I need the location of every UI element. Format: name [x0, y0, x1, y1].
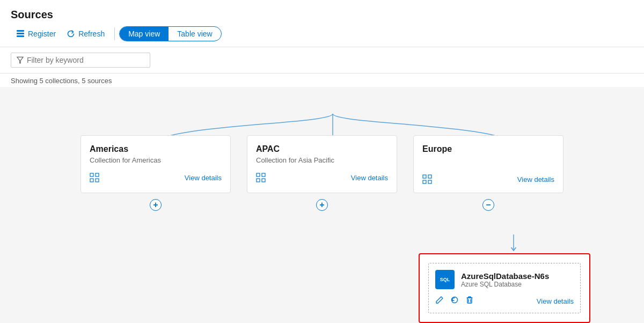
- europe-footer-left: [422, 174, 432, 184]
- source-title: AzureSqlDatabase-N6s: [461, 271, 549, 281]
- filter-row: [0, 47, 644, 74]
- toolbar: Register Refresh Map view Table view: [11, 26, 633, 41]
- count-row: Showing 5 collections, 5 sources: [0, 74, 644, 87]
- source-type: Azure SQL Database: [461, 281, 549, 288]
- refresh-button[interactable]: Refresh: [61, 26, 110, 41]
- toolbar-divider: [114, 27, 115, 40]
- source-card: SQL AzureSqlDatabase-N6s Azure SQL Datab…: [419, 253, 590, 323]
- source-actions: [435, 296, 474, 306]
- page-header: Sources Register Refresh Map view Table …: [0, 0, 644, 47]
- europe-footer: View details: [422, 174, 554, 184]
- edit-icon[interactable]: [435, 296, 444, 306]
- apac-title: APAC: [256, 144, 388, 154]
- svg-rect-6: [90, 179, 93, 182]
- europe-card: Europe View details −: [413, 135, 564, 193]
- svg-rect-1: [17, 33, 24, 34]
- source-card-inner: SQL AzureSqlDatabase-N6s Azure SQL Datab…: [428, 263, 581, 313]
- americas-view-details[interactable]: View details: [185, 174, 222, 182]
- svg-rect-5: [96, 173, 99, 177]
- apac-grid-icon: [256, 173, 266, 182]
- svg-rect-12: [423, 175, 426, 178]
- map-area: Americas Collection for Americas View de…: [0, 87, 644, 323]
- scan-icon[interactable]: [450, 296, 459, 306]
- apac-expand[interactable]: +: [316, 199, 328, 211]
- apac-card: APAC Collection for Asia Pacific View de…: [247, 135, 397, 193]
- view-toggle: Map view Table view: [119, 26, 222, 41]
- svg-rect-14: [423, 180, 426, 183]
- page-title: Sources: [11, 9, 633, 21]
- svg-rect-10: [257, 179, 260, 182]
- americas-title: Americas: [90, 144, 222, 154]
- europe-expand[interactable]: −: [482, 199, 494, 211]
- svg-rect-11: [262, 179, 265, 182]
- filter-input-wrap: [11, 53, 150, 68]
- svg-rect-2: [17, 35, 24, 37]
- table-view-button[interactable]: Table view: [169, 27, 221, 41]
- apac-footer: View details: [256, 173, 388, 182]
- europe-title: Europe: [422, 144, 554, 154]
- americas-footer-left: [90, 173, 99, 182]
- svg-rect-4: [90, 173, 93, 177]
- apac-subtitle: Collection for Asia Pacific: [256, 156, 388, 164]
- source-header: SQL AzureSqlDatabase-N6s Azure SQL Datab…: [435, 270, 574, 289]
- refresh-icon: [67, 30, 75, 38]
- apac-footer-left: [256, 173, 266, 182]
- filter-icon: [17, 56, 24, 64]
- americas-subtitle: Collection for Americas: [90, 156, 222, 164]
- filter-input[interactable]: [27, 56, 144, 64]
- source-footer: View details: [435, 296, 574, 306]
- source-view-details[interactable]: View details: [537, 297, 574, 305]
- svg-rect-15: [428, 180, 431, 183]
- svg-rect-13: [428, 175, 431, 178]
- europe-grid-icon: [422, 174, 432, 184]
- source-card-wrapper: SQL AzureSqlDatabase-N6s Azure SQL Datab…: [419, 253, 590, 323]
- apac-view-details[interactable]: View details: [351, 174, 388, 182]
- svg-rect-17: [467, 298, 472, 303]
- register-icon: [16, 30, 25, 38]
- map-container: Americas Collection for Americas View de…: [11, 98, 633, 323]
- svg-marker-3: [17, 57, 23, 63]
- source-info: AzureSqlDatabase-N6s Azure SQL Database: [461, 271, 549, 288]
- svg-rect-9: [262, 173, 265, 177]
- map-view-button[interactable]: Map view: [120, 27, 169, 41]
- delete-icon[interactable]: [465, 296, 474, 306]
- sql-icon: SQL: [435, 270, 455, 289]
- europe-subtitle: [422, 156, 554, 166]
- svg-rect-0: [17, 30, 24, 32]
- svg-rect-8: [257, 173, 260, 177]
- americas-footer: View details: [90, 173, 222, 182]
- americas-card: Americas Collection for Americas View de…: [80, 135, 231, 193]
- cards-layer: Americas Collection for Americas View de…: [11, 135, 633, 193]
- americas-grid-icon: [90, 173, 99, 182]
- register-button[interactable]: Register: [11, 26, 61, 41]
- americas-expand[interactable]: +: [150, 199, 162, 211]
- svg-rect-7: [96, 179, 99, 182]
- europe-view-details[interactable]: View details: [517, 175, 554, 183]
